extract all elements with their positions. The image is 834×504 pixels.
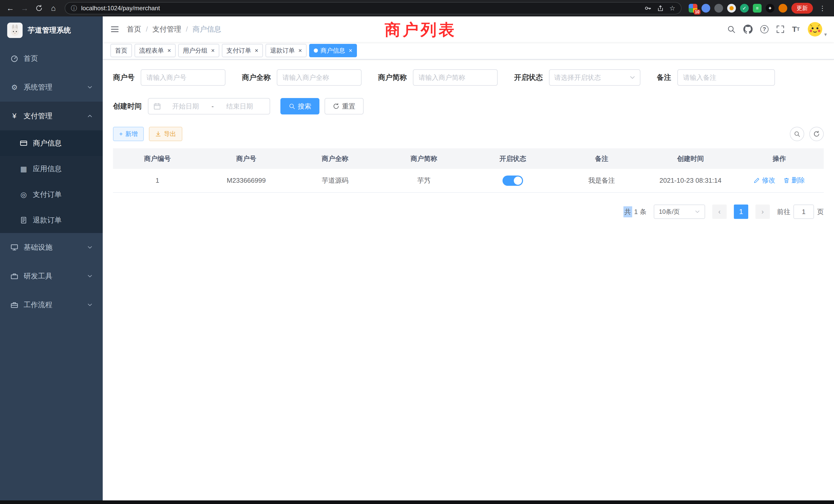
date-range-picker[interactable]: 开始日期 - 结束日期 <box>148 98 270 114</box>
edit-link[interactable]: 修改 <box>754 176 775 185</box>
filter-label: 商户全称 <box>242 73 271 83</box>
status-toggle[interactable] <box>503 176 523 186</box>
close-icon[interactable]: × <box>211 47 215 54</box>
refresh-icon <box>813 131 820 137</box>
extension-icon[interactable] <box>727 4 736 13</box>
sidebar: 芋道管理系统 首页 ⚙ 系统管理 ¥ 支付管理 <box>0 17 103 500</box>
close-icon[interactable]: × <box>299 47 302 54</box>
share-icon[interactable] <box>657 5 664 12</box>
cell-merchant-short: 芋艿 <box>379 169 468 192</box>
sidebar-item-system[interactable]: ⚙ 系统管理 <box>0 73 103 101</box>
main-area: 首页 / 支付管理 / 商户信息 ? <box>103 17 834 500</box>
tab-refund-order[interactable]: 退款订单× <box>265 44 307 57</box>
sidebar-item-merchant-info[interactable]: 商户信息 <box>0 130 103 156</box>
chevron-down-icon <box>87 274 92 279</box>
home-icon[interactable]: ⌂ <box>47 2 60 14</box>
sidebar-item-pay-order[interactable]: ◎ 支付订单 <box>0 182 103 207</box>
delete-link[interactable]: 删除 <box>784 176 805 185</box>
document-icon <box>20 216 28 224</box>
search-button[interactable]: 搜索 <box>280 98 320 114</box>
password-key-icon[interactable] <box>644 5 652 12</box>
merchant-table: 商户编号 商户号 商户全称 商户简称 开启状态 备注 创建时间 操作 1 <box>113 148 824 193</box>
sidebar-item-app-info[interactable]: ▦ 应用信息 <box>0 156 103 182</box>
sidebar-item-home[interactable]: 首页 <box>0 44 103 73</box>
grid-icon: ▦ <box>20 165 28 173</box>
status-select[interactable]: 请选择开启状态 <box>549 69 640 86</box>
extension-grid-icon[interactable]: 10 <box>689 4 697 13</box>
back-icon[interactable]: ← <box>4 2 17 14</box>
address-bar[interactable]: ⓘ localhost:1024/pay/merchant ☆ <box>65 2 681 14</box>
sidebar-item-workflow[interactable]: 工作流程 <box>0 291 103 319</box>
reload-icon[interactable] <box>33 2 45 14</box>
chevron-down-icon <box>87 245 92 250</box>
sidebar-item-devtools[interactable]: 研发工具 <box>0 262 103 291</box>
close-icon[interactable]: × <box>349 47 352 54</box>
merchant-no-input[interactable] <box>141 69 225 86</box>
tab-process-form[interactable]: 流程表单× <box>135 44 176 57</box>
site-info-icon[interactable]: ⓘ <box>71 4 77 12</box>
chrome-update-button[interactable]: 更新 <box>791 3 813 14</box>
extension-icon[interactable]: ≡ <box>753 4 762 13</box>
window-bottom-edge <box>0 500 834 504</box>
search-icon[interactable] <box>727 25 736 33</box>
breadcrumb-pay[interactable]: 支付管理 <box>153 24 181 34</box>
bookmark-star-icon[interactable]: ☆ <box>670 4 675 12</box>
merchant-name-input[interactable] <box>277 69 361 86</box>
tab-home[interactable]: 首页 <box>110 44 132 57</box>
extension-icon[interactable] <box>714 4 723 13</box>
sidebar-item-pay[interactable]: ¥ 支付管理 <box>0 101 103 130</box>
add-button[interactable]: + 新增 <box>113 127 144 141</box>
chevron-down-icon <box>87 85 92 90</box>
filter-label: 备注 <box>657 73 671 83</box>
cell-remark: 我是备注 <box>557 169 646 192</box>
page-number-button[interactable]: 1 <box>734 205 748 219</box>
export-button[interactable]: 导出 <box>149 127 182 141</box>
url-text: localhost:1024/pay/merchant <box>81 5 160 12</box>
extension-icon[interactable]: ✦ <box>766 4 774 13</box>
reset-button[interactable]: 重置 <box>325 98 364 114</box>
help-icon[interactable]: ? <box>760 25 769 33</box>
tags-view: 首页 流程表单× 用户分组× 支付订单× 退款订单× 商户信息× <box>103 42 834 60</box>
sidebar-item-refund-order[interactable]: 退款订单 <box>0 207 103 233</box>
forward-icon[interactable]: → <box>19 2 31 14</box>
sidebar-group-pay: ¥ 支付管理 商户信息 ▦ 应用信息 ◎ <box>0 101 103 233</box>
merchant-short-input[interactable] <box>413 69 498 86</box>
search-icon <box>289 103 295 110</box>
remark-input[interactable] <box>677 69 775 86</box>
sidebar-fold-icon[interactable] <box>103 17 127 42</box>
extension-badge: 10 <box>694 9 701 15</box>
table-header-row: 商户编号 商户号 商户全称 商户简称 开启状态 备注 创建时间 操作 <box>113 148 824 169</box>
tab-user-group[interactable]: 用户分组× <box>178 44 219 57</box>
extension-icon[interactable]: ✓ <box>740 4 749 13</box>
col-actions: 操作 <box>735 148 824 169</box>
col-merchant-name: 商户全称 <box>291 148 379 169</box>
filter-create-time: 创建时间 开始日期 - 结束日期 <box>113 98 270 114</box>
app-logo[interactable]: 芋道管理系统 <box>0 17 103 44</box>
cell-merchant-no: M233666999 <box>202 169 291 192</box>
prev-page-button[interactable]: ‹ <box>712 205 727 219</box>
tab-merchant-info[interactable]: 商户信息× <box>309 44 357 57</box>
close-icon[interactable]: × <box>255 47 258 54</box>
breadcrumb-home[interactable]: 首页 <box>127 24 141 34</box>
right-toolbar <box>790 127 824 141</box>
tab-pay-order[interactable]: 支付订单× <box>222 44 263 57</box>
user-avatar[interactable]: ▾ <box>807 22 827 37</box>
filter-merchant-no: 商户号 <box>113 69 225 86</box>
fullscreen-icon[interactable] <box>776 25 785 33</box>
toggle-search-button[interactable] <box>790 127 804 141</box>
goto-page-input[interactable] <box>793 205 814 219</box>
github-icon[interactable] <box>743 25 753 34</box>
next-page-button[interactable]: › <box>755 205 770 219</box>
logo-avatar-icon <box>7 23 23 38</box>
browser-profile-avatar[interactable] <box>778 4 787 13</box>
close-icon[interactable]: × <box>168 47 171 54</box>
refresh-table-button[interactable] <box>809 127 824 141</box>
page-size-select[interactable]: 10条/页 <box>654 205 705 219</box>
browser-toolbar: ← → ⌂ ⓘ localhost:1024/pay/merchant ☆ 10 <box>0 0 834 17</box>
screen: ← → ⌂ ⓘ localhost:1024/pay/merchant ☆ 10 <box>0 0 834 504</box>
browser-menu-icon[interactable]: ⋮ <box>817 4 828 12</box>
sidebar-item-infra[interactable]: 基础设施 <box>0 233 103 262</box>
pagination-jumper: 前往 页 <box>777 205 824 219</box>
extension-icon[interactable] <box>702 4 710 13</box>
font-size-icon[interactable]: TT <box>792 25 799 33</box>
